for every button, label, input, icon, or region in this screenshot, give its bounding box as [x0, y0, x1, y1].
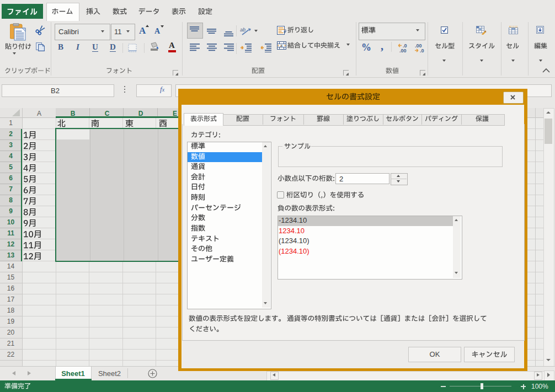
svg-text:.0: .0 — [420, 48, 424, 53]
svg-text:ab: ab — [240, 27, 246, 33]
svg-text:.00: .00 — [399, 48, 407, 53]
svg-text:a: a — [280, 42, 282, 48]
